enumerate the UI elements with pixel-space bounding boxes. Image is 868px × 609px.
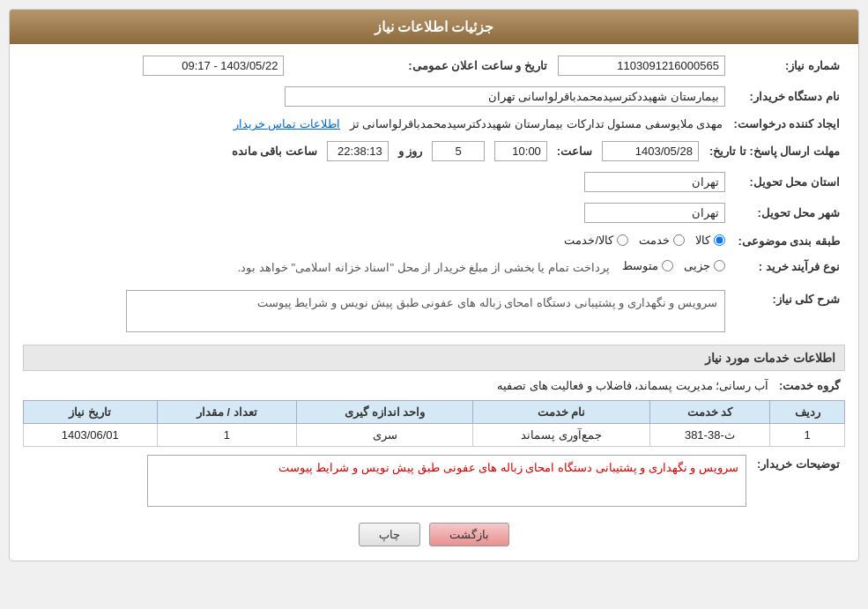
col-header-name: نام خدمت [473,401,650,424]
deadline-remaining: 22:38:13 [327,141,389,161]
city-label: شهر محل تحویل: [731,200,845,226]
need-desc-textarea[interactable] [126,290,725,332]
page-title: جزئیات اطلاعات نیاز [10,10,858,44]
order-number-label: شماره نیاز: [731,53,845,78]
print-button[interactable]: چاپ [359,523,420,546]
deadline-date: 1403/05/28 [602,141,699,161]
announcement-date-value: 1403/05/22 - 09:17 [143,56,284,76]
services-section-title: اطلاعات خدمات مورد نیاز [23,345,845,371]
category-khedmat-option[interactable]: خدمت [639,234,685,247]
deadline-day-label: روز و [398,145,423,158]
city-value: تهران [584,203,725,223]
buyer-desc-label: توضیحات خریدار: [752,452,845,512]
category-kala-khedmat-option[interactable]: کالا/خدمت [564,234,628,247]
buyer-desc-textarea[interactable] [147,455,746,507]
province-value: تهران [584,172,725,192]
group-value: آب رسانی؛ مدیریت پسماند، فاضلاب و فعالیت… [23,376,774,395]
process-note: پرداخت تمام یا بخشی از مبلغ خریدار از مح… [238,261,610,274]
services-table: ردیف کد خدمت نام خدمت واحد اندازه گیری ت… [23,400,845,447]
buyer-org-label: نام دستگاه خریدار: [731,84,845,109]
col-header-code: کد خدمت [649,401,769,424]
deadline-time-label: ساعت: [557,145,592,158]
deadline-time: 10:00 [494,141,547,161]
buyer-org-value: بیمارستان شهیددکترسیدمحمدباقرلواسانی تهر… [285,86,725,107]
announcement-date-label: تاریخ و ساعت اعلان عمومی: [289,53,553,78]
category-label: طبقه بندی موضوعی: [731,231,845,251]
col-header-qty: تعداد / مقدار [157,401,297,424]
creator-value: مهدی ملایوسفی مسئول تداركات بیمارستان شه… [350,117,723,130]
need-desc-label: شرح کلی نیاز: [731,287,845,338]
province-label: استان محل تحویل: [731,169,845,195]
process-type-label: نوع فرآیند خرید : [731,256,845,277]
deadline-remaining-label: ساعت باقی مانده [232,145,317,158]
creator-label: ایجاد کننده درخواست: [728,115,845,133]
process-motavaset-option[interactable]: متوسط [622,259,673,272]
category-kala-option[interactable]: کالا [695,234,725,247]
col-header-unit: واحد اندازه گیری [297,401,473,424]
order-number-value: 1103091216000565 [558,56,725,76]
col-header-date: تاریخ نیاز [24,401,158,424]
group-label: گروه خدمت: [774,376,845,395]
creator-contact-link[interactable]: اطلاعات تماس خریدار [234,117,340,130]
col-header-row: ردیف [770,401,845,424]
table-row: 1ث-38-381جمع‌آوری پسماندسری11403/06/01 [24,424,845,447]
deadline-day: 5 [432,141,485,161]
deadline-label: مهلت ارسال پاسخ: تا تاریخ: [704,138,845,164]
process-jozi-option[interactable]: جزیی [684,259,725,272]
back-button[interactable]: بازگشت [429,523,509,546]
